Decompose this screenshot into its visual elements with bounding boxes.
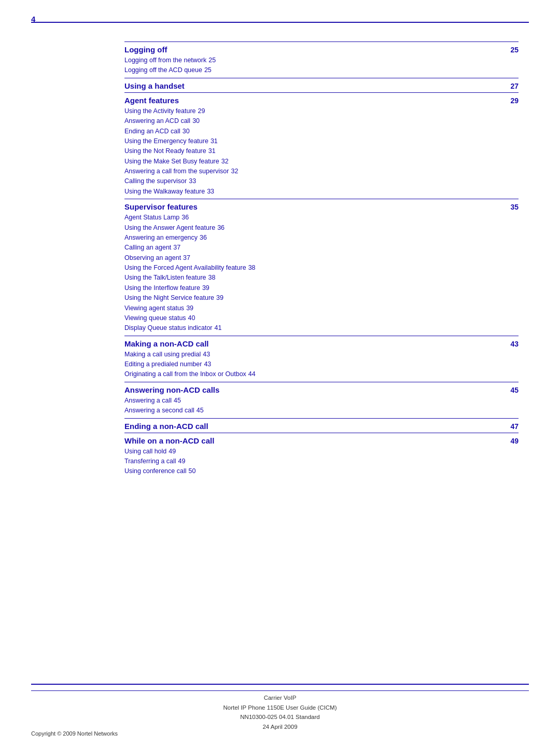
divider-supervisor-features	[124, 199, 519, 199]
divider-ending-non-acd	[124, 418, 519, 419]
page-ref-ending-non-acd: 47	[510, 422, 519, 431]
title-making-non-acd: Making a non-ACD call	[124, 339, 209, 348]
header-agent-features: Agent features29	[124, 96, 519, 105]
section-using-handset: Using a handset27	[124, 78, 519, 90]
toc-item: Using the Night Service feature39	[124, 293, 519, 303]
toc-item: Agent Status Lamp36	[124, 213, 519, 223]
header-logging-off: Logging off25	[124, 45, 519, 54]
page-ref-logging-off: 25	[510, 46, 519, 54]
header-supervisor-features: Supervisor features35	[124, 202, 519, 211]
toc-item: Transferring a call49	[124, 457, 519, 466]
section-logging-off: Logging off25Logging off from the networ…	[124, 42, 519, 76]
header-ending-non-acd: Ending a non-ACD call47	[124, 422, 519, 431]
footer: Carrier VoIP Nortel IP Phone 1150E User …	[31, 693, 529, 731]
footer-line2: Nortel IP Phone 1150E User Guide (CICM)	[31, 703, 529, 712]
toc-item: Calling the supervisor33	[124, 176, 519, 186]
footer-rule-bottom	[31, 690, 529, 691]
toc-item: Making a call using predial43	[124, 350, 519, 359]
header-making-non-acd: Making a non-ACD call43	[124, 339, 519, 348]
title-supervisor-features: Supervisor features	[124, 202, 198, 211]
toc-item: Using the Make Set Busy feature32	[124, 157, 519, 167]
footer-line1: Carrier VoIP	[31, 693, 529, 702]
page-ref-agent-features: 29	[510, 96, 519, 105]
section-while-non-acd: While on a non-ACD call49Using call hold…	[124, 433, 519, 477]
toc-item: Using the Not Ready feature31	[124, 146, 519, 156]
toc-item: Using the Answer Agent feature36	[124, 223, 519, 233]
toc-item: Editing a predialed number43	[124, 359, 519, 369]
section-supervisor-features: Supervisor features35Agent Status Lamp36…	[124, 199, 519, 334]
divider-answering-non-acd	[124, 382, 519, 382]
header-answering-non-acd: Answering non-ACD calls45	[124, 385, 519, 394]
toc-item: Viewing agent status39	[124, 303, 519, 313]
page-ref-while-non-acd: 49	[510, 437, 519, 445]
toc-item: Display Queue status indicator41	[124, 323, 519, 333]
toc-item: Viewing queue status40	[124, 313, 519, 323]
toc-item: Calling an agent37	[124, 243, 519, 253]
toc-item: Logging off from the network25	[124, 56, 519, 65]
page-ref-supervisor-features: 35	[510, 203, 519, 211]
page-ref-making-non-acd: 43	[510, 340, 519, 348]
toc-item: Logging off the ACD queue25	[124, 65, 519, 75]
divider-logging-off	[124, 42, 519, 42]
toc-item: Ending an ACD call30	[124, 127, 519, 136]
toc-item: Answering a second call45	[124, 406, 519, 416]
title-while-non-acd: While on a non-ACD call	[124, 436, 214, 445]
toc-item: Using call hold49	[124, 447, 519, 457]
toc-content: Logging off25Logging off from the networ…	[124, 42, 519, 674]
page-ref-using-handset: 27	[510, 82, 519, 90]
section-making-non-acd: Making a non-ACD call43Making a call usi…	[124, 336, 519, 380]
title-ending-non-acd: Ending a non-ACD call	[124, 422, 208, 431]
footer-rule-top	[31, 684, 529, 685]
divider-while-non-acd	[124, 433, 519, 433]
footer-line3: NN10300-025 04.01 Standard	[31, 712, 529, 722]
toc-item: Answering a call45	[124, 396, 519, 406]
toc-item: Observing an agent37	[124, 253, 519, 263]
page-ref-answering-non-acd: 45	[510, 386, 519, 394]
section-agent-features: Agent features29Using the Activity featu…	[124, 92, 519, 197]
divider-agent-features	[124, 92, 519, 93]
toc-item: Using the Activity feature29	[124, 106, 519, 116]
toc-item: Using conference call50	[124, 466, 519, 476]
toc-item: Using the Forced Agent Availability feat…	[124, 263, 519, 273]
toc-item: Answering an emergency36	[124, 233, 519, 243]
toc-item: Using the Walkaway feature33	[124, 187, 519, 197]
toc-item: Answering an ACD call30	[124, 116, 519, 126]
toc-item: Using the Talk/Listen feature38	[124, 273, 519, 283]
title-using-handset: Using a handset	[124, 81, 185, 90]
title-agent-features: Agent features	[124, 96, 179, 105]
section-answering-non-acd: Answering non-ACD calls45Answering a cal…	[124, 382, 519, 416]
header-while-non-acd: While on a non-ACD call49	[124, 436, 519, 445]
toc-item: Using the Emergency feature31	[124, 136, 519, 146]
title-logging-off: Logging off	[124, 45, 167, 54]
divider-making-non-acd	[124, 336, 519, 336]
divider-using-handset	[124, 78, 519, 78]
copyright: Copyright © 2009 Nortel Networks	[31, 730, 118, 737]
section-ending-non-acd: Ending a non-ACD call47	[124, 418, 519, 431]
toc-item: Using the Interflow feature39	[124, 283, 519, 293]
header-using-handset: Using a handset27	[124, 81, 519, 90]
toc-item: Answering a call from the supervisor32	[124, 167, 519, 176]
top-rule	[31, 22, 529, 23]
toc-item: Originating a call from the Inbox or Out…	[124, 369, 519, 379]
title-answering-non-acd: Answering non-ACD calls	[124, 385, 219, 394]
